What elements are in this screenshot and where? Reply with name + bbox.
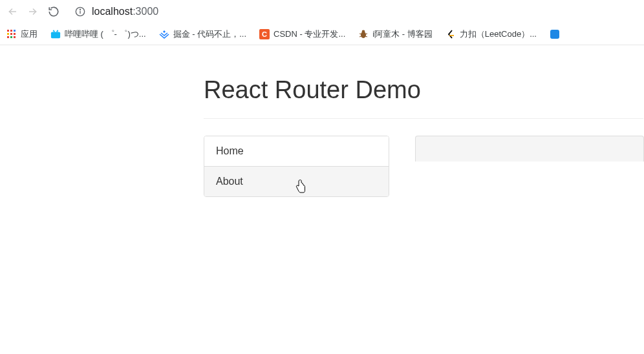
bookmark-label: CSDN - 专业开发... (274, 28, 345, 40)
reload-icon (48, 6, 59, 17)
leetcode-icon (445, 29, 456, 39)
arrow-right-icon (27, 6, 39, 17)
url-host: localhost (92, 6, 133, 17)
bookmark-apps[interactable]: 应用 (6, 28, 38, 40)
bilibili-icon (50, 29, 61, 39)
svg-line-27 (365, 36, 367, 37)
svg-rect-11 (7, 36, 9, 38)
reload-button[interactable] (48, 6, 59, 17)
bookmark-label: i阿童木 - 博客园 (372, 28, 432, 40)
juejin-icon (159, 29, 169, 39)
bookmark-label: 力扣（LeetCode）... (460, 28, 537, 40)
svg-rect-29 (550, 30, 559, 39)
apps-grid-icon (6, 29, 17, 39)
svg-rect-17 (53, 34, 54, 36)
divider (204, 118, 643, 119)
page-title: React Router Demo (204, 76, 644, 104)
address-bar[interactable]: localhost:3000 (75, 6, 638, 17)
svg-line-26 (360, 36, 361, 37)
bookmark-apps-label: 应用 (21, 28, 38, 40)
svg-point-4 (80, 9, 80, 10)
bookmark-overflow[interactable] (550, 29, 560, 39)
svg-rect-6 (10, 30, 12, 32)
svg-line-16 (57, 30, 58, 32)
svg-rect-13 (14, 36, 16, 38)
forward-button[interactable] (27, 6, 39, 17)
bookmark-bilibili[interactable]: 哔哩哔哩 ( ゜- ゜)つ... (50, 28, 146, 40)
url-port: :3000 (133, 6, 158, 17)
svg-rect-12 (10, 36, 12, 38)
csdn-icon: C (259, 29, 270, 39)
back-button[interactable] (6, 6, 18, 17)
url-text: localhost:3000 (92, 6, 158, 17)
page-content: React Router Demo Home About (0, 45, 644, 197)
svg-rect-18 (57, 34, 58, 36)
bookmark-cnblogs[interactable]: i阿童木 - 博客园 (358, 28, 432, 40)
bookmark-csdn[interactable]: C CSDN - 专业开发... (259, 28, 345, 40)
arrow-left-icon (6, 6, 18, 17)
svg-point-23 (362, 30, 365, 33)
svg-rect-8 (7, 33, 9, 35)
svg-rect-5 (7, 30, 9, 32)
bookmark-label: 掘金 - 代码不止，... (173, 28, 246, 40)
nav-item-home[interactable]: Home (204, 136, 389, 167)
info-icon (75, 6, 85, 17)
svg-line-15 (53, 30, 54, 32)
svg-rect-9 (10, 33, 12, 35)
nav-item-about[interactable]: About (204, 167, 389, 196)
nav-item-label: About (216, 176, 243, 187)
svg-rect-7 (14, 30, 16, 32)
bug-icon (358, 29, 369, 39)
svg-text:C: C (262, 30, 267, 38)
nav-item-label: Home (216, 145, 244, 156)
svg-rect-14 (51, 32, 60, 38)
svg-marker-19 (163, 30, 166, 33)
square-icon (550, 29, 560, 39)
bookmarks-bar: 应用 哔哩哔哩 ( ゜- ゜)つ... 掘金 - 代码不止，... (0, 23, 644, 45)
browser-toolbar: localhost:3000 (0, 0, 644, 23)
bookmark-label: 哔哩哔哩 ( ゜- ゜)つ... (65, 28, 146, 40)
content-panel (415, 136, 644, 161)
content-row: Home About (204, 136, 644, 197)
nav-list: Home About (204, 136, 389, 197)
svg-rect-10 (14, 33, 16, 35)
bookmark-leetcode[interactable]: 力扣（LeetCode）... (445, 28, 537, 40)
bookmark-juejin[interactable]: 掘金 - 代码不止，... (159, 28, 246, 40)
